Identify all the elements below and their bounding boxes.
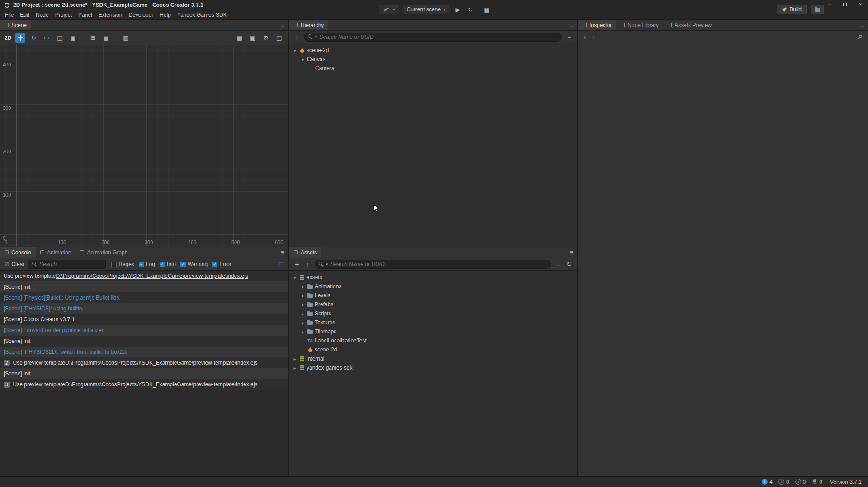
tree-row-labellocalizationtest[interactable]: ▸TSLabelLocalizationTest: [289, 336, 577, 345]
chevron-right-icon[interactable]: ▸: [300, 284, 306, 289]
menu-node[interactable]: Node: [33, 12, 52, 18]
tab-node-library[interactable]: Node Library: [616, 20, 663, 30]
chevron-right-icon[interactable]: ▸: [300, 311, 306, 316]
refresh-assets-icon[interactable]: ↻: [566, 261, 573, 267]
mode-2d-toggle[interactable]: 2D: [5, 35, 11, 41]
tree-row-tilemaps[interactable]: ▸Tilemaps: [289, 327, 577, 336]
chevron-right-icon[interactable]: ▸: [300, 293, 306, 298]
chevron-right-icon[interactable]: ▸: [300, 329, 306, 334]
tree-row-assets[interactable]: ▾assets: [289, 273, 577, 282]
log-link[interactable]: D:\Programms\CocosProjects\YSDK_ExampleG…: [56, 273, 248, 279]
tree-row-canvas[interactable]: ▾Canvas: [289, 55, 577, 64]
hierarchy-panel-menu-icon[interactable]: ≡: [566, 20, 577, 30]
chevron-right-icon[interactable]: ▸: [292, 356, 297, 361]
status-message-count[interactable]: i0: [778, 479, 789, 485]
refresh-button[interactable]: ↻: [466, 6, 475, 13]
coordinate-toggle-button[interactable]: ▤: [101, 33, 111, 43]
log-link[interactable]: D:\Programms\CocosProjects\YSDK_ExampleG…: [65, 360, 258, 366]
scale-tool-button[interactable]: ◱: [55, 33, 65, 43]
tree-row-camera[interactable]: ▸Camera: [289, 64, 577, 73]
build-button[interactable]: Build: [777, 5, 807, 14]
log-row[interactable]: [Scene] init: [0, 281, 288, 292]
log-row[interactable]: [Scene] Cocos Creator v3.7.1: [0, 314, 288, 325]
assets-search[interactable]: ▾: [315, 260, 551, 269]
history-back-button[interactable]: ‹: [584, 33, 586, 41]
tree-row-scripts[interactable]: ▸Scripts: [289, 309, 577, 318]
tree-row-scene-2d[interactable]: ▸scene-2d: [289, 345, 577, 354]
camera-settings-icon[interactable]: ▣: [248, 33, 258, 43]
log-row[interactable]: 3Use preview template D:\Programms\Cocos…: [0, 379, 288, 390]
open-log-file-icon[interactable]: ▤: [278, 261, 284, 267]
menu-edit[interactable]: Edit: [17, 12, 33, 18]
tree-row-animations[interactable]: ▸Animations: [289, 282, 577, 291]
tab-console[interactable]: Console: [0, 247, 36, 258]
status-info-count[interactable]: i4: [762, 479, 773, 485]
menu-help[interactable]: Help: [156, 12, 174, 18]
chevron-down-icon[interactable]: ▾: [300, 57, 306, 62]
clear-button[interactable]: ∅ Clear: [5, 261, 24, 267]
filter-log[interactable]: Log: [139, 261, 155, 267]
rect-tool-button[interactable]: ▭: [42, 33, 52, 43]
log-row[interactable]: 2Use preview template D:\Programms\Cocos…: [0, 357, 288, 368]
log-row[interactable]: [Scene] init: [0, 336, 288, 347]
log-row[interactable]: [Scene] [Physics][Bullet]: Using asmjs B…: [0, 292, 288, 303]
close-button[interactable]: ×: [853, 0, 868, 9]
status-error-count[interactable]: ×0: [795, 479, 806, 485]
fullscreen-icon[interactable]: ◰: [274, 33, 284, 43]
tab-inspector[interactable]: Inspector: [578, 20, 616, 30]
scene-camera-select[interactable]: Current scene ▾: [403, 5, 450, 14]
chevron-right-icon[interactable]: ▸: [292, 365, 297, 370]
filter-info[interactable]: Info: [160, 261, 176, 267]
assets-panel-menu-icon[interactable]: ≡: [566, 247, 577, 258]
menu-project[interactable]: Project: [52, 12, 75, 18]
sort-assets-icon[interactable]: ↕: [304, 261, 311, 267]
history-forward-button[interactable]: ›: [592, 33, 594, 41]
maximize-button[interactable]: [837, 0, 853, 9]
menu-panel[interactable]: Panel: [75, 12, 95, 18]
console-search[interactable]: [28, 260, 106, 269]
console-panel-menu-icon[interactable]: ≡: [277, 247, 288, 258]
tree-row-textures[interactable]: ▸Textures: [289, 318, 577, 327]
tree-row-prefabs[interactable]: ▸Prefabs: [289, 300, 577, 309]
log-row[interactable]: [Scene] [PHYSICS2D]: switch from builtin…: [0, 347, 288, 357]
console-search-input[interactable]: [39, 261, 102, 267]
tab-animation-graph[interactable]: Animation Graph: [75, 247, 132, 258]
tab-assets[interactable]: Assets: [289, 247, 321, 258]
menu-yandex-games-sdk[interactable]: Yandex.Games SDK: [174, 12, 230, 18]
tree-row-yandex-games-sdk[interactable]: ▸yandex-games-sdk: [289, 363, 577, 372]
chevron-right-icon[interactable]: ▸: [300, 302, 306, 307]
tab-assets-preview[interactable]: Assets Preview: [663, 20, 716, 30]
chevron-right-icon[interactable]: ▸: [300, 320, 306, 325]
chevron-down-icon[interactable]: ▾: [292, 48, 297, 53]
inspector-panel-menu-icon[interactable]: ≡: [856, 20, 868, 30]
menu-developer[interactable]: Developer: [125, 12, 156, 18]
hierarchy-view-options-icon[interactable]: ≡: [566, 33, 573, 40]
preview-target-select[interactable]: ▾: [379, 5, 399, 14]
gizmo-settings-icon[interactable]: ⚙: [261, 33, 271, 43]
create-asset-button[interactable]: +: [294, 260, 300, 268]
assets-search-input[interactable]: [330, 261, 547, 267]
filter-error[interactable]: Error: [212, 261, 231, 267]
play-button[interactable]: ▶: [453, 6, 462, 13]
anchor-tool-button[interactable]: ▣: [68, 33, 78, 43]
pivot-toggle-button[interactable]: ⊞: [88, 33, 98, 43]
log-row[interactable]: [Scene] Forward render pipeline initiali…: [0, 325, 288, 336]
tab-animation[interactable]: Animation: [36, 247, 75, 258]
tree-row-scene-2d[interactable]: ▾scene-2d: [289, 46, 577, 55]
scene-viewport[interactable]: 4003002001000 0100200300400500600: [0, 45, 288, 247]
tree-row-internal[interactable]: ▸internal: [289, 354, 577, 363]
log-row[interactable]: Use preview template D:\Programms\CocosP…: [0, 271, 288, 281]
status-bell-count[interactable]: 0: [811, 479, 822, 485]
preview-layout-button[interactable]: ▦: [482, 6, 491, 13]
log-row[interactable]: [Scene] [PHYSICS]: using builtin.: [0, 303, 288, 314]
assets-view-options-icon[interactable]: ≡: [555, 261, 562, 267]
tab-scene[interactable]: Scene: [0, 20, 31, 30]
chevron-down-icon[interactable]: ▾: [292, 275, 297, 280]
create-node-button[interactable]: +: [294, 33, 300, 41]
stats-toggle-button[interactable]: ▥: [121, 33, 131, 43]
hierarchy-search-input[interactable]: [320, 34, 558, 40]
minimize-button[interactable]: −: [822, 0, 837, 9]
tab-hierarchy[interactable]: Hierarchy: [289, 20, 328, 30]
log-row[interactable]: [Scene] init: [0, 368, 288, 379]
rotate-tool-button[interactable]: ↻: [28, 33, 38, 43]
